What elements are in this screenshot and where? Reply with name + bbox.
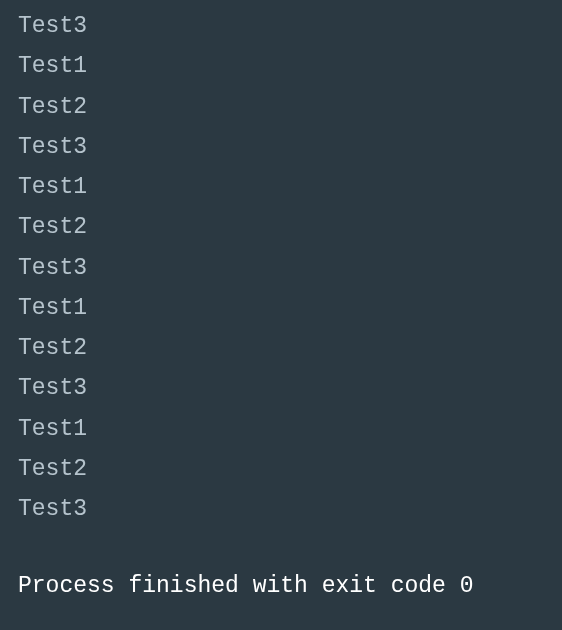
- output-line: Test2: [18, 207, 544, 247]
- output-line: Test1: [18, 288, 544, 328]
- output-line: Test3: [18, 127, 544, 167]
- output-line: Test1: [18, 167, 544, 207]
- blank-line: [18, 529, 544, 566]
- output-line: Test3: [18, 248, 544, 288]
- process-status: Process finished with exit code 0: [18, 566, 544, 606]
- output-line: Test3: [18, 6, 544, 46]
- output-line: Test1: [18, 409, 544, 449]
- output-line: Test1: [18, 46, 544, 86]
- output-line: Test2: [18, 328, 544, 368]
- console-output: Test3 Test1 Test2 Test3 Test1 Test2 Test…: [18, 6, 544, 606]
- output-line: Test2: [18, 87, 544, 127]
- output-line: Test3: [18, 368, 544, 408]
- output-line: Test3: [18, 489, 544, 529]
- output-line: Test2: [18, 449, 544, 489]
